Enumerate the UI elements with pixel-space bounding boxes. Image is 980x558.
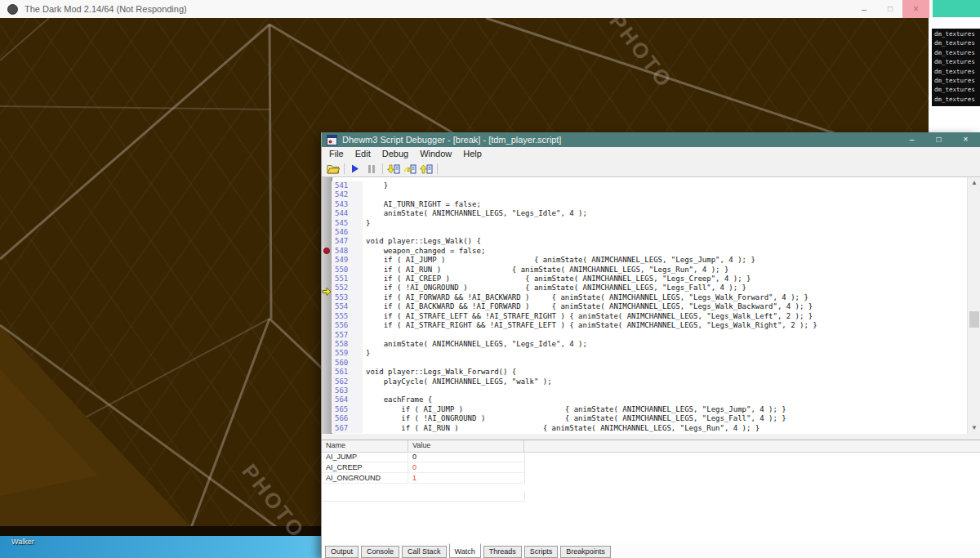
watch-row[interactable]: AI_JUMP0 [322, 452, 524, 462]
console-line: dm_textures [932, 95, 980, 104]
menu-item[interactable]: Edit [350, 147, 376, 161]
debugger-titlebar[interactable]: Dhewm3 Script Debugger - [break] - [tdm_… [322, 132, 980, 147]
code-line: 547void player::Legs_Walk() { [332, 237, 968, 246]
watch-value: 0 [408, 462, 524, 472]
console-output: dm_texturesdm_texturesdm_texturesdm_text… [932, 29, 980, 106]
watch-column-name[interactable]: Name [322, 440, 408, 452]
wallpaper-label: Walker [11, 538, 34, 546]
code-text [363, 359, 366, 368]
menu-item[interactable]: Window [414, 147, 457, 161]
open-file-button[interactable] [325, 162, 341, 176]
code-text [363, 228, 366, 237]
line-number: 547 [332, 237, 363, 246]
watch-row[interactable]: AI_CREEP0 [322, 462, 524, 473]
debugger-title: Dhewm3 Script Debugger - [break] - [tdm_… [342, 132, 561, 147]
line-number: 555 [332, 312, 363, 321]
debugger-minimize-button[interactable]: – [898, 132, 925, 147]
code-text: if ( AI_STRAFE_RIGHT && !AI_STRAFE_LEFT … [363, 321, 817, 330]
line-number: 558 [332, 340, 363, 349]
code-text [363, 331, 366, 340]
code-text: } [363, 349, 370, 358]
screen: PHOTO PHOTO Walker dm_texturesdm_texture… [0, 0, 980, 558]
code-text: if ( AI_RUN ) { animState( ANIMCHANNEL_L… [363, 266, 728, 275]
scroll-up-arrow-icon[interactable]: ▲ [968, 177, 980, 189]
line-number: 561 [332, 368, 363, 377]
line-number: 554 [332, 302, 363, 311]
panel-tab[interactable]: Console [361, 546, 399, 558]
os-maximize-button[interactable]: □ [878, 0, 902, 18]
scrollbar-thumb[interactable] [969, 311, 979, 328]
code-line: 541 } [332, 181, 968, 190]
watch-empty-row[interactable] [322, 491, 524, 502]
code-line: 566 if ( !AI_ONGROUND ) { animState( ANI… [332, 414, 968, 423]
line-number: 563 [332, 386, 363, 395]
watch-column-value[interactable]: Value [408, 440, 524, 452]
console-line: dm_textures [932, 29, 980, 38]
line-number: 562 [332, 377, 363, 386]
code-line: 550 if ( AI_RUN ) { animState( ANIMCHANN… [332, 266, 968, 275]
background-window-edge [933, 0, 980, 17]
code-lines[interactable]: 541 } 542 543 AI_TURN_RIGHT = false; 544… [332, 177, 968, 434]
panel-tab[interactable]: Threads [483, 546, 522, 558]
code-line: 561void player::Legs_Walk_Forward() { [332, 368, 968, 377]
background-console-window: dm_texturesdm_texturesdm_texturesdm_text… [929, 16, 980, 132]
panel-tab[interactable]: Breakpoints [560, 546, 611, 558]
console-line: dm_textures [932, 48, 980, 57]
step-out-button[interactable] [418, 162, 434, 176]
watch-column-extra[interactable] [524, 440, 980, 452]
toolbar-separator [437, 163, 438, 174]
code-line: 542 [332, 190, 968, 199]
scroll-down-arrow-icon[interactable]: ▼ [968, 422, 980, 434]
panel-tab[interactable]: Scripts [524, 546, 559, 558]
code-text: if ( AI_BACKWARD && !AI_FORWARD ) { anim… [363, 302, 813, 311]
panel-tabs: OutputConsoleCall StackWatchThreadsScrip… [322, 543, 980, 558]
code-line: 567 if ( AI_RUN ) { animState( ANIMCHANN… [332, 424, 968, 433]
line-number: 545 [332, 219, 363, 228]
watch-row[interactable]: AI_ONGROUND1 [322, 473, 524, 484]
panel-tab[interactable]: Watch [449, 543, 481, 558]
panel-tab[interactable]: Output [325, 546, 359, 558]
line-number: 560 [332, 359, 363, 368]
code-editor[interactable]: 541 } 542 543 AI_TURN_RIGHT = false; 544… [322, 176, 980, 434]
os-titlebar[interactable]: The Dark Mod 2.14/64 (Not Responding) – … [0, 0, 980, 18]
watch-header[interactable]: Name Value [322, 440, 980, 453]
os-minimize-button[interactable]: – [850, 0, 878, 18]
watch-rows[interactable]: AI_JUMP0 AI_CREEP0 AI_ONGROUND1 [322, 452, 525, 484]
debugger-close-button[interactable]: × [952, 132, 979, 147]
step-into-button[interactable] [385, 162, 402, 176]
code-line: 551 if ( AI_CREEP ) { animState( ANIMCHA… [332, 275, 968, 283]
line-number: 553 [332, 293, 363, 302]
watch-name: AI_JUMP [322, 452, 408, 462]
step-over-button[interactable] [402, 162, 418, 176]
darkmod-app-icon [7, 4, 18, 15]
code-line: 555 if ( AI_STRAFE_LEFT && !AI_STRAFE_RI… [332, 312, 968, 321]
watch-panel: Name Value AI_JUMP0 AI_CREEP0 AI_ONGROUN… [322, 440, 980, 544]
code-line: 557 [332, 331, 968, 340]
line-number: 551 [332, 275, 363, 283]
console-line: dm_textures [932, 85, 980, 94]
code-text: animState( ANIMCHANNEL_LEGS, "Legs_Idle"… [363, 209, 587, 218]
menu-item[interactable]: Help [457, 147, 488, 161]
menu-item[interactable]: File [323, 147, 350, 161]
code-line: 559} [332, 349, 968, 358]
line-number: 552 [332, 283, 363, 292]
code-line: 564 eachFrame { [332, 395, 968, 404]
line-number: 548 [332, 247, 363, 256]
line-number: 544 [332, 209, 363, 218]
debugger-maximize-button[interactable]: □ [925, 132, 952, 147]
code-text: weapon_changed = false; [363, 247, 485, 256]
os-close-button[interactable]: × [902, 0, 929, 18]
run-button[interactable] [347, 162, 363, 176]
code-line: 554 if ( AI_BACKWARD && !AI_FORWARD ) { … [332, 302, 968, 311]
menu-item[interactable]: Debug [376, 147, 414, 161]
panel-tab[interactable]: Call Stack [402, 546, 447, 558]
code-line: 545} [332, 219, 968, 228]
console-line: dm_textures [932, 57, 980, 66]
code-line: 544 animState( ANIMCHANNEL_LEGS, "Legs_I… [332, 209, 968, 218]
watch-value: 1 [408, 473, 524, 483]
line-number: 543 [332, 200, 363, 209]
pause-button[interactable] [363, 162, 380, 176]
code-text: void player::Legs_Walk() { [363, 237, 481, 246]
vertical-scrollbar[interactable]: ▲ ▼ [967, 177, 980, 434]
breakpoint-marker[interactable] [323, 248, 330, 254]
